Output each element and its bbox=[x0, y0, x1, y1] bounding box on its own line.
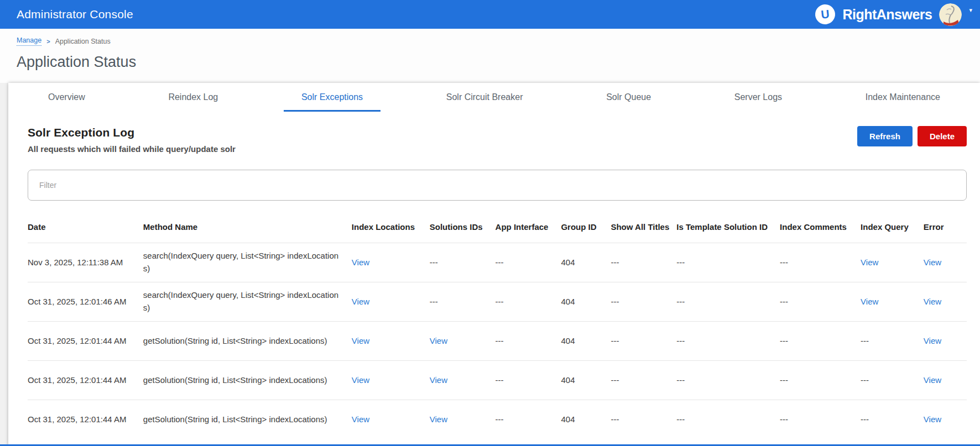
cell-date: Oct 31, 2025, 12:01:46 AM bbox=[28, 282, 143, 321]
index_locations-view-link[interactable]: View bbox=[352, 336, 369, 345]
cell-group_id: 404 bbox=[561, 360, 611, 400]
refresh-button[interactable]: Refresh bbox=[857, 126, 913, 146]
cell-index_locations: View bbox=[352, 282, 430, 321]
section-subtitle: All requests which will failed while que… bbox=[28, 144, 236, 154]
cell-index_locations: View bbox=[352, 321, 430, 360]
cell-is_template_solution_id: --- bbox=[676, 282, 780, 321]
cell-is_template_solution_id: --- bbox=[676, 321, 780, 360]
app-header: Administrator Console U RightAnswers ▾ bbox=[0, 0, 980, 29]
cell-group_id: 404 bbox=[561, 400, 611, 439]
index_locations-view-link[interactable]: View bbox=[352, 375, 369, 385]
cell-solutions_ids: View bbox=[430, 321, 496, 360]
cell-index_query: View bbox=[861, 243, 924, 282]
cell-index_query: --- bbox=[861, 360, 924, 400]
cell-error: View bbox=[924, 282, 967, 321]
cell-method: search(IndexQuery query, List<String> in… bbox=[143, 243, 352, 282]
brand-name: RightAnswers bbox=[842, 7, 932, 23]
solutions_ids-view-link[interactable]: View bbox=[430, 336, 447, 345]
application-status-card: OverviewReindex LogSolr ExceptionsSolr C… bbox=[8, 83, 980, 446]
tab-solr-circuit-breaker[interactable]: Solr Circuit Breaker bbox=[429, 83, 541, 112]
exceptions-table: DateMethod NameIndex LocationsSolutions … bbox=[28, 219, 967, 439]
error-view-link[interactable]: View bbox=[924, 297, 941, 306]
cell-index_comments: --- bbox=[780, 282, 861, 321]
header-right: U RightAnswers ▾ bbox=[815, 3, 972, 26]
breadcrumb-manage-link[interactable]: Manage bbox=[17, 36, 41, 46]
breadcrumb-separator: > bbox=[46, 38, 50, 45]
cell-method: getSolution(String id, List<String> inde… bbox=[143, 360, 352, 400]
cell-solutions_ids: View bbox=[430, 400, 496, 439]
section-title: Solr Exception Log bbox=[28, 126, 236, 139]
page-title: Application Status bbox=[17, 54, 980, 71]
cell-method: search(IndexQuery query, List<String> in… bbox=[143, 282, 352, 321]
table-header-row: DateMethod NameIndex LocationsSolutions … bbox=[28, 219, 967, 243]
index_locations-view-link[interactable]: View bbox=[352, 297, 369, 306]
error-view-link[interactable]: View bbox=[924, 336, 941, 345]
cell-index_comments: --- bbox=[780, 321, 861, 360]
table-body: Nov 3, 2025, 12:11:38 AMsearch(IndexQuer… bbox=[28, 243, 967, 439]
delete-button[interactable]: Delete bbox=[918, 126, 967, 146]
column-header-group_id: Group ID bbox=[561, 219, 611, 243]
cell-error: View bbox=[924, 321, 967, 360]
cell-index_query: View bbox=[861, 282, 924, 321]
solutions_ids-view-link[interactable]: View bbox=[430, 414, 447, 424]
cell-index_query: --- bbox=[861, 400, 924, 439]
column-header-show_all_titles: Show All Titles bbox=[611, 219, 676, 243]
column-header-solutions_ids: Solutions IDs bbox=[430, 219, 496, 243]
index_locations-view-link[interactable]: View bbox=[352, 414, 369, 424]
table-row: Nov 3, 2025, 12:11:38 AMsearch(IndexQuer… bbox=[28, 243, 967, 282]
cell-date: Oct 31, 2025, 12:01:44 AM bbox=[28, 321, 143, 360]
table-row: Oct 31, 2025, 12:01:44 AMgetSolution(Str… bbox=[28, 321, 967, 360]
user-avatar[interactable] bbox=[939, 3, 962, 26]
error-view-link[interactable]: View bbox=[924, 375, 941, 385]
tab-reindex-log[interactable]: Reindex Log bbox=[150, 83, 236, 112]
cell-show_all_titles: --- bbox=[611, 243, 676, 282]
cell-index_query: --- bbox=[861, 321, 924, 360]
cell-index_comments: --- bbox=[780, 243, 861, 282]
table-row: Oct 31, 2025, 12:01:46 AMsearch(IndexQue… bbox=[28, 282, 967, 321]
column-header-error: Error bbox=[924, 219, 967, 243]
cell-app_interface: --- bbox=[496, 400, 561, 439]
solutions_ids-view-link[interactable]: View bbox=[430, 375, 447, 385]
cell-date: Oct 31, 2025, 12:01:44 AM bbox=[28, 400, 143, 439]
upland-logo-icon: U bbox=[815, 3, 837, 25]
cell-is_template_solution_id: --- bbox=[676, 243, 780, 282]
cell-app_interface: --- bbox=[496, 243, 561, 282]
error-view-link[interactable]: View bbox=[924, 258, 941, 267]
column-header-date: Date bbox=[28, 219, 143, 243]
cell-show_all_titles: --- bbox=[611, 360, 676, 400]
user-menu-caret-icon[interactable]: ▾ bbox=[969, 7, 972, 14]
column-header-index_comments: Index Comments bbox=[780, 219, 861, 243]
column-header-method: Method Name bbox=[143, 219, 352, 243]
tab-server-logs[interactable]: Server Logs bbox=[717, 83, 800, 112]
cell-group_id: 404 bbox=[561, 243, 611, 282]
index_locations-view-link[interactable]: View bbox=[352, 258, 369, 267]
column-header-index_query: Index Query bbox=[861, 219, 924, 243]
tab-solr-exceptions[interactable]: Solr Exceptions bbox=[284, 83, 380, 112]
top-section: Manage > Application Status Application … bbox=[0, 29, 980, 83]
cell-date: Oct 31, 2025, 12:01:44 AM bbox=[28, 360, 143, 400]
tab-index-maintenance[interactable]: Index Maintenance bbox=[848, 83, 958, 112]
table-row: Oct 31, 2025, 12:01:44 AMgetSolution(Str… bbox=[28, 400, 967, 439]
filter-input[interactable] bbox=[28, 170, 967, 201]
index_query-view-link[interactable]: View bbox=[861, 297, 878, 306]
table-row: Oct 31, 2025, 12:01:44 AMgetSolution(Str… bbox=[28, 360, 967, 400]
cell-group_id: 404 bbox=[561, 321, 611, 360]
cell-show_all_titles: --- bbox=[611, 400, 676, 439]
error-view-link[interactable]: View bbox=[924, 414, 941, 424]
cell-solutions_ids: --- bbox=[430, 282, 496, 321]
column-header-app_interface: App Interface bbox=[496, 219, 561, 243]
cell-show_all_titles: --- bbox=[611, 282, 676, 321]
tab-solr-queue[interactable]: Solr Queue bbox=[588, 83, 669, 112]
cell-index_locations: View bbox=[352, 243, 430, 282]
cell-app_interface: --- bbox=[496, 360, 561, 400]
cell-app_interface: --- bbox=[496, 282, 561, 321]
cell-is_template_solution_id: --- bbox=[676, 360, 780, 400]
cell-error: View bbox=[924, 400, 967, 439]
tab-overview[interactable]: Overview bbox=[30, 83, 103, 112]
index_query-view-link[interactable]: View bbox=[861, 258, 878, 267]
cell-error: View bbox=[924, 243, 967, 282]
cell-index_locations: View bbox=[352, 360, 430, 400]
tab-bar: OverviewReindex LogSolr ExceptionsSolr C… bbox=[8, 83, 980, 112]
column-header-index_locations: Index Locations bbox=[352, 219, 430, 243]
cell-solutions_ids: View bbox=[430, 360, 496, 400]
